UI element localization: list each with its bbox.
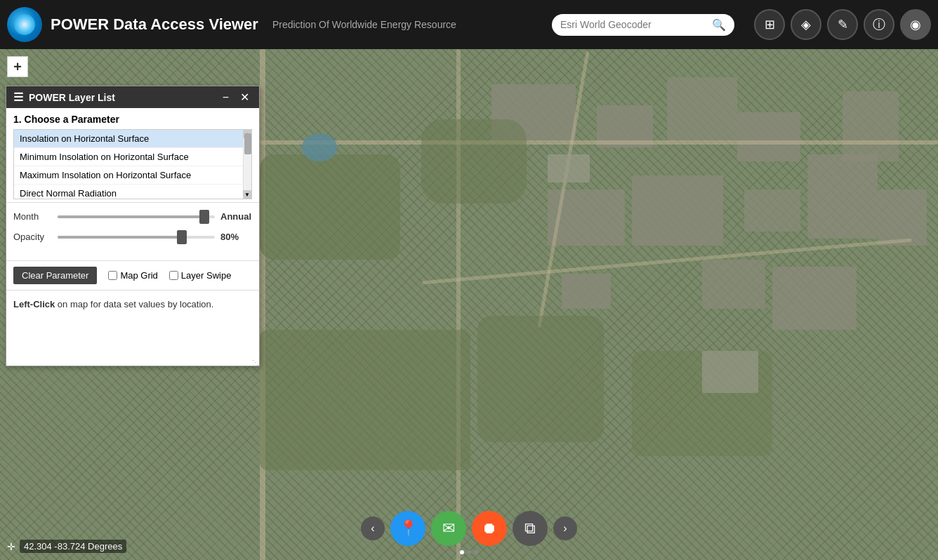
scrollbar-thumb[interactable] xyxy=(244,133,251,154)
coordinate-icon: ✛ xyxy=(7,541,15,552)
parameter-section: 1. Choose a Parameter Insolation on Hori… xyxy=(6,108,259,203)
message-button[interactable]: ✉ xyxy=(431,511,466,546)
instructions-section: Left-Click on map for data set values by… xyxy=(6,291,259,366)
bottom-toolbar: ‹ 📍 ✉ ⏺ ⧉ › xyxy=(361,511,577,546)
header: POWER Data Access Viewer Prediction Of W… xyxy=(0,0,938,49)
month-slider-fill xyxy=(58,215,207,218)
opacity-slider-fill xyxy=(58,236,183,239)
record-button[interactable]: ⏺ xyxy=(472,511,507,546)
view-button[interactable]: ◉ xyxy=(900,9,931,40)
map-grid-checkbox[interactable] xyxy=(108,271,117,280)
logo xyxy=(7,7,42,42)
opacity-slider-track[interactable] xyxy=(58,236,215,239)
info-button[interactable]: ⓘ xyxy=(864,9,894,40)
map-grid-checkbox-group[interactable]: Map Grid xyxy=(108,270,157,281)
layers-tool-button[interactable]: ⧉ xyxy=(513,511,548,546)
opacity-value: 80% xyxy=(220,232,252,242)
next-button[interactable]: › xyxy=(553,516,577,540)
layer-panel: ☰ POWER Layer List − ✕ 1. Choose a Param… xyxy=(6,86,260,366)
layer-swipe-checkbox-group[interactable]: Layer Swipe xyxy=(169,270,232,281)
layers-button[interactable]: ◈ xyxy=(791,9,821,40)
param-scrollbar[interactable]: ▲ ▼ xyxy=(243,130,251,199)
app-subtitle: Prediction Of Worldwide Energy Resource xyxy=(272,19,456,30)
layer-swipe-checkbox[interactable] xyxy=(169,271,178,280)
grid-button[interactable]: ⊞ xyxy=(754,9,785,40)
nav-dot-3[interactable] xyxy=(474,550,478,554)
param-item-1[interactable]: Minimum Insolation on Horizontal Surface xyxy=(14,148,251,166)
nav-dot-2[interactable] xyxy=(467,550,471,554)
coordinates-display: ✛ 42.304 -83.724 Degrees xyxy=(7,540,126,553)
month-slider-track[interactable] xyxy=(58,215,215,218)
section1-label: 1. Choose a Parameter xyxy=(13,114,252,125)
instruction-rest: on map for data set values by location. xyxy=(55,299,213,309)
app-title: POWER Data Access Viewer xyxy=(51,15,258,34)
panel-header: ☰ POWER Layer List − ✕ xyxy=(6,86,259,108)
annual-label: Annual xyxy=(220,211,252,222)
panel-minimize-button[interactable]: − xyxy=(220,91,232,104)
left-click-strong: Left-Click xyxy=(13,299,55,309)
month-label: Month xyxy=(13,211,52,222)
panel-resize-handle[interactable]: ⋱ xyxy=(252,359,259,366)
clear-parameter-button[interactable]: Clear Parameter xyxy=(13,267,97,284)
opacity-slider-row: Opacity 80% xyxy=(13,232,252,242)
zoom-plus-button[interactable]: + xyxy=(7,56,28,77)
prev-button[interactable]: ‹ xyxy=(361,516,385,540)
edit-button[interactable]: ✎ xyxy=(827,9,858,40)
opacity-slider-thumb[interactable] xyxy=(177,230,187,244)
param-item-3[interactable]: Direct Normal Radiation xyxy=(14,185,251,199)
opacity-label: Opacity xyxy=(13,232,52,242)
month-slider-row: Month Annual xyxy=(13,211,252,222)
coordinate-text: 42.304 -83.724 Degrees xyxy=(20,540,126,553)
search-bar[interactable]: 🔍 xyxy=(552,14,734,36)
parameter-list[interactable]: Insolation on Horizontal Surface Minimum… xyxy=(13,129,252,199)
instruction-text: Left-Click on map for data set values by… xyxy=(13,299,252,309)
panel-title-text: POWER Layer List xyxy=(29,92,115,103)
actions-section: Clear Parameter Map Grid Layer Swipe xyxy=(6,261,259,291)
nav-dot-1[interactable] xyxy=(460,550,464,554)
sliders-section: Month Annual Opacity 80% xyxy=(6,203,259,261)
layer-swipe-label: Layer Swipe xyxy=(181,270,232,281)
panel-title: ☰ POWER Layer List xyxy=(13,91,115,104)
param-item-0[interactable]: Insolation on Horizontal Surface xyxy=(14,130,251,148)
search-button[interactable]: 🔍 xyxy=(712,18,726,32)
location-button[interactable]: 📍 xyxy=(390,511,425,546)
month-slider-thumb[interactable] xyxy=(199,210,209,224)
param-item-2[interactable]: Maximum Insolation on Horizontal Surface xyxy=(14,166,251,185)
navigation-dots xyxy=(460,550,478,554)
panel-layers-icon: ☰ xyxy=(13,91,23,104)
panel-close-button[interactable]: ✕ xyxy=(237,91,252,104)
search-input[interactable] xyxy=(560,19,712,30)
map-grid-label: Map Grid xyxy=(120,270,157,281)
panel-controls: − ✕ xyxy=(220,91,252,104)
logo-image xyxy=(14,14,35,35)
scrollbar-down-arrow[interactable]: ▼ xyxy=(243,190,251,199)
